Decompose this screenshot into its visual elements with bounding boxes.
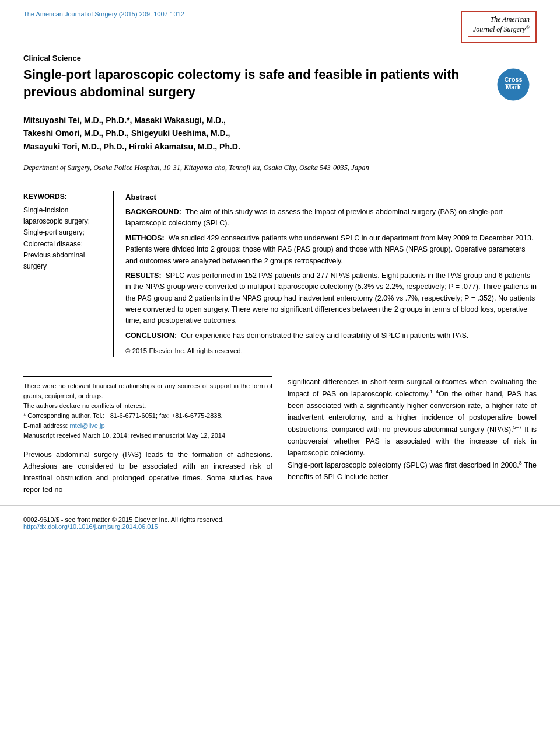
body-left-para-1: Previous abdominal surgery (PAS) leads t… xyxy=(23,449,272,496)
crossmark-icon: Cross Mark xyxy=(497,68,530,101)
abstract-column: Abstract BACKGROUND: The aim of this stu… xyxy=(125,191,537,357)
conclusion-text: Our experience has demonstrated the safe… xyxy=(181,332,468,340)
background-head: BACKGROUND: xyxy=(125,208,181,216)
affiliation-text: Department of Surgery, Osaka Police Hosp… xyxy=(23,163,369,172)
corresponding-author-mark: * xyxy=(127,116,130,125)
svg-text:Cross: Cross xyxy=(504,76,522,83)
keyword-1: Single-incision laparoscopic surgery; xyxy=(23,205,105,227)
page: The American Journal of Surgery (2015) 2… xyxy=(0,0,560,753)
conclusion-head: CONCLUSION: xyxy=(125,332,177,340)
abstract-title: Abstract xyxy=(125,191,537,203)
abstract-section: KEYWORDS: Single-incision laparoscopic s… xyxy=(0,183,560,365)
methods-text: We studied 429 consecutive patients who … xyxy=(125,234,533,265)
copyright-text: © 2015 Elsevier Inc. All rights reserved… xyxy=(125,346,537,357)
abstract-background: BACKGROUND: The aim of this study was to… xyxy=(125,207,537,229)
section-label: Clinical Science xyxy=(0,43,560,66)
keywords-column: KEYWORDS: Single-incision laparoscopic s… xyxy=(23,191,114,357)
email-link[interactable]: mtei@live.jp xyxy=(69,422,104,429)
body-right-column: significant differences in short-term su… xyxy=(288,376,537,496)
crossmark-box: Cross Mark xyxy=(490,66,537,103)
top-bar: The American Journal of Surgery (2015) 2… xyxy=(0,0,560,43)
keyword-4: Previous abdominal surgery xyxy=(23,250,105,272)
article-title: Single-port laparoscopic colectomy is sa… xyxy=(23,66,490,100)
footnote-manuscript-dates: Manuscript received March 10, 2014; revi… xyxy=(23,431,272,441)
footer-doi: http://dx.doi.org/10.1016/j.amjsurg.2014… xyxy=(23,523,537,530)
body-right-para-1: significant differences in short-term su… xyxy=(288,376,537,459)
footnote-line-2: The authors declare no conflicts of inte… xyxy=(23,401,272,411)
logo-divider xyxy=(468,36,530,37)
abstract-methods: METHODS: We studied 429 consecutive pati… xyxy=(125,233,537,267)
body-left-column: There were no relevant financial relatio… xyxy=(23,376,272,496)
body-right-para-2: Single-port laparoscopic colectomy (SPLC… xyxy=(288,459,537,483)
footnote-email: E-mail address: mtei@live.jp xyxy=(23,421,272,431)
affiliation-block: Department of Surgery, Osaka Police Hosp… xyxy=(0,158,560,183)
results-head: RESULTS: xyxy=(125,271,162,280)
keywords-title: KEYWORDS: xyxy=(23,191,105,203)
logo-line1: The American xyxy=(468,15,530,24)
logo-line2: Journal of Surgery® xyxy=(468,24,530,34)
authors-text: Mitsuyoshi Tei, M.D., Ph.D.*, Masaki Wak… xyxy=(23,114,537,153)
page-footer: 0002-9610/$ - see front matter © 2015 El… xyxy=(0,505,560,536)
results-text: SPLC was performed in 152 PAS patients a… xyxy=(125,271,537,325)
authors-block: Mitsuyoshi Tei, M.D., Ph.D.*, Masaki Wak… xyxy=(0,103,560,158)
footnote-box: There were no relevant financial relatio… xyxy=(23,376,272,443)
abstract-conclusion: CONCLUSION: Our experience has demonstra… xyxy=(125,330,537,341)
footnote-line-1: There were no relevant financial relatio… xyxy=(23,381,272,401)
footer-issn: 0002-9610/$ - see front matter © 2015 El… xyxy=(23,516,537,523)
journal-reference: The American Journal of Surgery (2015) 2… xyxy=(23,11,184,18)
body-section: There were no relevant financial relatio… xyxy=(0,365,560,496)
background-text: The aim of this study was to assess the … xyxy=(125,208,503,227)
keyword-2: Single-port surgery; xyxy=(23,227,105,238)
doi-link[interactable]: http://dx.doi.org/10.1016/j.amjsurg.2014… xyxy=(23,523,158,530)
abstract-results: RESULTS: SPLC was performed in 152 PAS p… xyxy=(125,270,537,327)
journal-logo-box: The American Journal of Surgery® xyxy=(461,11,537,43)
methods-head: METHODS: xyxy=(125,234,164,242)
keyword-3: Colorectal disease; xyxy=(23,239,105,250)
footnote-line-3: * Corresponding author. Tel.: +81-6-6771… xyxy=(23,411,272,421)
title-block: Single-port laparoscopic colectomy is sa… xyxy=(0,66,560,103)
